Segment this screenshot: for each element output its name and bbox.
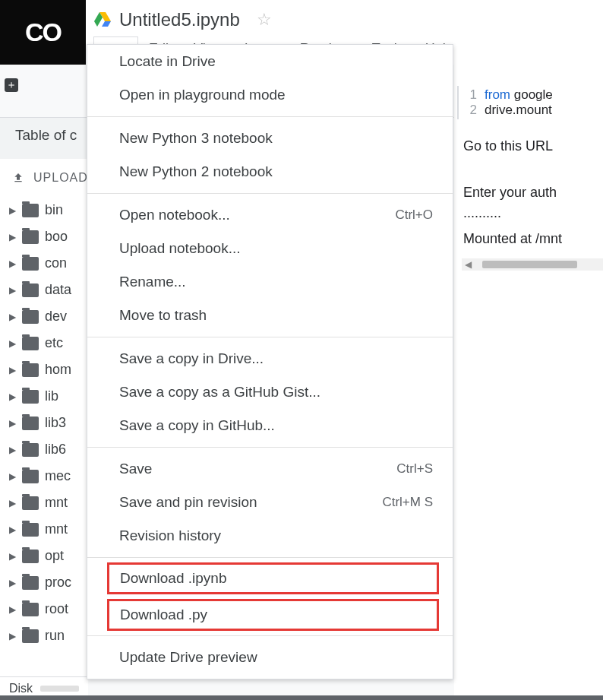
- menu-save-pin[interactable]: Save and pin revisionCtrl+M S: [87, 486, 453, 519]
- tree-item[interactable]: ▶lib6: [9, 436, 88, 463]
- tree-label: hom: [45, 362, 71, 378]
- folder-icon: [22, 470, 39, 483]
- chevron-right-icon: ▶: [9, 391, 16, 402]
- toc-title: Table of c: [0, 118, 88, 159]
- chevron-right-icon: ▶: [9, 604, 16, 615]
- shortcut-label: Ctrl+S: [396, 461, 433, 477]
- google-drive-icon: [93, 11, 112, 29]
- menu-open-notebook[interactable]: Open notebook...Ctrl+O: [87, 198, 453, 232]
- file-tree: ▶bin ▶boo ▶con ▶data ▶dev ▶etc ▶hom ▶lib…: [0, 194, 88, 676]
- add-cell-icon[interactable]: ＋: [5, 78, 18, 92]
- chevron-right-icon: ▶: [9, 232, 16, 242]
- tree-label: proc: [45, 575, 71, 591]
- chevron-right-icon: ▶: [9, 631, 16, 641]
- menu-separator: [87, 447, 453, 448]
- menu-save-github[interactable]: Save a copy in GitHub...: [87, 409, 453, 442]
- tree-item[interactable]: ▶mec: [9, 463, 88, 489]
- menu-separator: [87, 337, 453, 337]
- tree-label: con: [45, 255, 67, 271]
- bottom-bar: [0, 695, 603, 700]
- tree-item[interactable]: ▶etc: [9, 330, 88, 356]
- menu-open-playground[interactable]: Open in playground mode: [87, 78, 453, 112]
- folder-icon: [22, 390, 39, 404]
- chevron-right-icon: ▶: [9, 498, 16, 508]
- tree-label: opt: [45, 548, 64, 564]
- tree-item[interactable]: ▶boo: [9, 223, 88, 250]
- tree-item[interactable]: ▶data: [9, 277, 88, 303]
- tree-item[interactable]: ▶mnt: [9, 489, 88, 516]
- tree-item[interactable]: ▶dev: [9, 303, 88, 330]
- tree-label: mnt: [45, 495, 68, 511]
- code-cell[interactable]: 1from google 2drive.mount: [462, 87, 603, 118]
- star-icon[interactable]: ☆: [257, 10, 272, 30]
- tree-item[interactable]: ▶run: [9, 622, 88, 649]
- menu-save-copy-drive[interactable]: Save a copy in Drive...: [87, 342, 453, 375]
- menu-separator: [87, 635, 453, 636]
- chevron-right-icon: ▶: [9, 471, 16, 482]
- tree-item[interactable]: ▶lib3: [9, 410, 88, 436]
- code-text: drive.mount: [485, 103, 552, 118]
- tree-item[interactable]: ▶lib: [9, 383, 88, 410]
- folder-icon: [22, 204, 39, 217]
- line-number: 1: [468, 87, 485, 103]
- tree-item[interactable]: ▶opt: [9, 543, 88, 569]
- colab-logo: CO: [0, 0, 86, 65]
- menu-separator: [87, 557, 453, 558]
- editor-area: 1from google 2drive.mount Go to this URL…: [454, 65, 603, 700]
- tree-label: run: [45, 628, 65, 644]
- disk-bar: [40, 686, 79, 692]
- tree-item[interactable]: ▶mnt: [9, 516, 88, 543]
- document-title[interactable]: Untitled5.ipynb: [119, 9, 240, 30]
- chevron-right-icon: ▶: [9, 365, 16, 375]
- menu-separator: [87, 116, 453, 117]
- folder-icon: [22, 363, 39, 377]
- scroll-arrow-left-icon[interactable]: ◀: [465, 259, 472, 270]
- line-number: 2: [468, 103, 485, 118]
- menu-new-py3[interactable]: New Python 3 notebook: [87, 122, 453, 155]
- menu-new-py2[interactable]: New Python 2 notebook: [87, 155, 453, 188]
- output-line: Enter your auth: [463, 185, 557, 200]
- folder-icon: [22, 523, 39, 537]
- tree-item[interactable]: ▶proc: [9, 569, 88, 596]
- shortcut-label: Ctrl+M S: [382, 495, 433, 510]
- output-line: Mounted at /mnt: [463, 231, 562, 246]
- tree-item[interactable]: ▶hom: [9, 356, 88, 383]
- disk-label: Disk: [9, 682, 33, 695]
- menu-move-to-trash[interactable]: Move to trash: [87, 299, 453, 332]
- folder-icon: [22, 310, 39, 324]
- folder-icon: [22, 576, 39, 590]
- chevron-right-icon: ▶: [9, 258, 16, 269]
- folder-icon: [22, 283, 39, 297]
- tree-label: lib3: [45, 415, 66, 431]
- tree-item[interactable]: ▶bin: [9, 197, 88, 223]
- tree-label: lib6: [45, 442, 66, 458]
- tree-label: mec: [45, 468, 71, 484]
- tree-item[interactable]: ▶root: [9, 596, 88, 622]
- menu-revision-history[interactable]: Revision history: [87, 519, 453, 553]
- menu-save-gist[interactable]: Save a copy as a GitHub Gist...: [87, 375, 453, 409]
- chevron-right-icon: ▶: [9, 418, 16, 429]
- output-line: Go to this URL: [463, 138, 556, 154]
- folder-icon: [22, 550, 39, 563]
- upload-icon: [12, 172, 24, 184]
- horizontal-scrollbar[interactable]: ◀: [462, 258, 603, 271]
- chevron-right-icon: ▶: [9, 445, 16, 455]
- menu-save[interactable]: SaveCtrl+S: [87, 452, 453, 486]
- menu-upload-notebook[interactable]: Upload notebook...: [87, 232, 453, 265]
- tree-label: lib: [45, 388, 58, 404]
- menu-download-ipynb[interactable]: Download .ipynb: [107, 562, 439, 594]
- menu-download-py[interactable]: Download .py: [107, 599, 439, 631]
- menu-rename[interactable]: Rename...: [87, 265, 453, 299]
- folder-icon: [22, 417, 39, 430]
- menu-locate-in-drive[interactable]: Locate in Drive: [87, 45, 453, 78]
- folder-icon: [22, 443, 39, 457]
- folder-icon: [22, 230, 39, 244]
- chevron-right-icon: ▶: [9, 551, 16, 562]
- menu-update-drive-preview[interactable]: Update Drive preview: [87, 641, 453, 674]
- tree-label: boo: [45, 229, 68, 245]
- scrollbar-thumb[interactable]: [482, 261, 577, 268]
- code-text: google: [510, 87, 553, 102]
- upload-button[interactable]: UPLOAD: [0, 159, 88, 194]
- tree-item[interactable]: ▶con: [9, 250, 88, 277]
- tree-label: mnt: [45, 521, 68, 537]
